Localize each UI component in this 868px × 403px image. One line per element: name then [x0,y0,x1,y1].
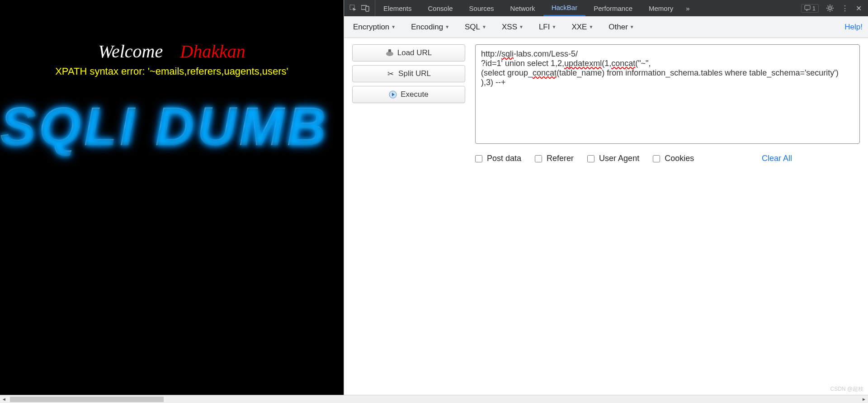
menu-sql[interactable]: SQL▼ [461,20,490,34]
split-url-button[interactable]: ✂ Split URL [352,65,465,82]
svg-rect-3 [805,5,810,9]
split-url-label: Split URL [398,69,431,78]
svg-point-4 [829,7,831,9]
caret-down-icon: ▼ [630,24,634,29]
welcome-heading: Welcome Dhakkan [0,41,344,62]
kebab-menu-icon[interactable]: ⋮ [841,4,849,13]
menu-encoding[interactable]: Encoding▼ [407,20,453,34]
devtools-tab-bar: Elements Console Sources Network HackBar… [344,0,868,16]
caret-down-icon: ▼ [445,24,449,29]
useragent-label: User Agent [599,154,639,163]
hackbar-body: Load URL ✂ Split URL Execute http://sqli… [344,38,868,170]
load-url-button[interactable]: Load URL [352,44,465,62]
welcome-text: Welcome [98,41,163,62]
postdata-checkbox[interactable]: Post data [475,154,521,163]
menu-xxe[interactable]: XXE▼ [568,20,597,34]
url-input-textarea[interactable]: http://sqli-labs.com/Less-5/ ?id=1' unio… [475,44,860,144]
hackbar-toolbar: Encryption▼ Encoding▼ SQL▼ XSS▼ LFI▼ XXE… [344,16,868,38]
load-url-label: Load URL [397,48,432,57]
postdata-checkbox-input[interactable] [475,155,482,162]
scroll-track[interactable] [8,397,860,402]
tab-network[interactable]: Network [502,0,543,16]
tab-memory[interactable]: Memory [641,0,681,16]
svg-point-5 [386,52,393,56]
caret-down-icon: ▼ [552,24,556,29]
useragent-checkbox-input[interactable] [587,155,594,162]
rendered-page: Welcome Dhakkan XPATH syntax error: '~em… [0,0,344,395]
tab-elements[interactable]: Elements [375,0,420,16]
execute-label: Execute [401,90,428,99]
svg-rect-6 [388,49,391,52]
menu-other[interactable]: Other▼ [605,20,637,34]
horizontal-scrollbar[interactable]: ◄ ► [0,395,868,403]
clear-all-link[interactable]: Clear All [762,154,792,163]
scroll-thumb[interactable] [10,397,164,402]
tabs-overflow[interactable]: » [681,0,694,16]
postdata-label: Post data [487,154,521,163]
caret-down-icon: ▼ [391,24,396,29]
menu-xss[interactable]: XSS▼ [498,20,527,34]
close-icon[interactable]: ✕ [856,4,862,13]
cookies-checkbox[interactable]: Cookies [653,154,694,163]
device-toggle-icon[interactable] [361,5,369,12]
cookies-label: Cookies [665,154,694,163]
scroll-left-arrow[interactable]: ◄ [0,395,8,403]
messages-badge[interactable]: 1 [801,4,819,13]
referer-label: Referer [547,154,574,163]
tab-performance[interactable]: Performance [585,0,641,16]
caret-down-icon: ▼ [589,24,593,29]
cookies-checkbox-input[interactable] [653,155,660,162]
tab-sources[interactable]: Sources [461,0,502,16]
execute-button[interactable]: Execute [352,86,465,103]
load-icon [386,49,394,57]
messages-count: 1 [812,5,816,12]
useragent-checkbox[interactable]: User Agent [587,154,639,163]
xpath-error-text: XPATH syntax error: '~emails,referers,ua… [0,66,344,77]
referer-checkbox[interactable]: Referer [535,154,574,163]
caret-down-icon: ▼ [482,24,486,29]
svg-rect-2 [366,6,369,11]
scroll-right-arrow[interactable]: ► [860,395,868,403]
dhakkan-text: Dhakkan [180,41,245,62]
scissors-icon: ✂ [387,70,395,78]
watermark: CSDN @超枝 [830,385,863,393]
hackbar-action-buttons: Load URL ✂ Split URL Execute [352,44,465,163]
menu-encryption[interactable]: Encryption▼ [349,20,399,34]
inspect-icon[interactable] [349,5,357,12]
tab-console[interactable]: Console [420,0,461,16]
play-icon [389,90,397,99]
menu-lfi[interactable]: LFI▼ [535,20,560,34]
hackbar-checkboxes: Post data Referer User Agent Cookies C [475,154,860,163]
devtools-panel: Elements Console Sources Network HackBar… [344,0,868,395]
help-link[interactable]: Help! [844,23,863,32]
referer-checkbox-input[interactable] [535,155,542,162]
tab-hackbar[interactable]: HackBar [543,0,586,16]
sqli-logo: SQLI DUMB [0,95,329,157]
settings-icon[interactable] [826,4,834,12]
caret-down-icon: ▼ [519,24,524,29]
